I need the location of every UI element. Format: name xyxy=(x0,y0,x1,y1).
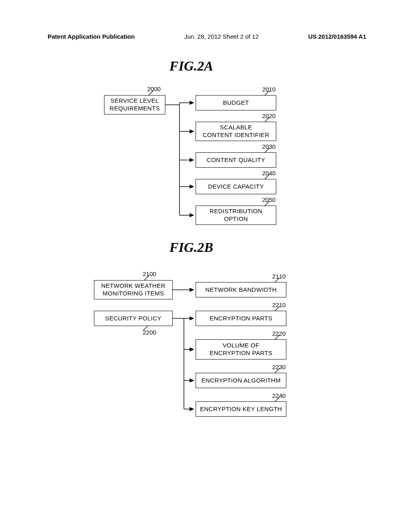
encryption-parts-label: ENCRYPTION PARTS xyxy=(210,315,273,322)
service-level-requirements-box: SERVICE LEVEL REQUIREMENTS xyxy=(104,95,165,114)
network-bandwidth-label: NETWORK BANDWIDTH xyxy=(205,286,277,294)
security-policy-label: SECURITY POLICY xyxy=(105,315,161,322)
content-quality-box: CONTENT QUALITY xyxy=(196,152,276,168)
figure-2b-title: FIG.2B xyxy=(169,240,213,255)
header-middle: Jun. 28, 2012 Sheet 2 of 12 xyxy=(184,33,259,40)
device-capacity-box: DEVICE CAPACITY xyxy=(196,179,276,194)
network-weather-monitoring-items-label: NETWORK WEATHER MONITORING ITEMS xyxy=(101,282,165,297)
leader-2020 xyxy=(261,117,269,123)
scalable-content-identifier-box: SCALABLE CONTENT IDENTIFIER xyxy=(196,122,276,141)
leader-2200 xyxy=(143,326,151,331)
leader-2230 xyxy=(271,368,280,374)
leader-2030 xyxy=(261,148,269,154)
network-weather-monitoring-items-box: NETWORK WEATHER MONITORING ITEMS xyxy=(94,280,173,299)
volume-of-encryption-parts-label: VOLUME OF ENCRYPTION PARTS xyxy=(210,342,273,357)
security-policy-box: SECURITY POLICY xyxy=(94,311,173,326)
header-left: Patent Application Publication xyxy=(48,33,135,40)
encryption-algorithm-label: ENCRYPTION ALGORITHM xyxy=(201,377,281,384)
encryption-algorithm-box: ENCRYPTION ALGORITHM xyxy=(196,373,286,388)
fig2b-top-link xyxy=(173,280,197,300)
fig2b-security-tree xyxy=(173,311,197,420)
leader-2000 xyxy=(145,91,153,96)
leader-2010 xyxy=(261,91,269,96)
content-quality-label: CONTENT QUALITY xyxy=(206,156,265,164)
page: Patent Application Publication Jun. 28, … xyxy=(0,0,413,532)
encryption-key-length-box: ENCRYPTION KEY LENGTH xyxy=(196,401,286,417)
budget-box: BUDGET xyxy=(196,95,276,110)
service-level-requirements-label: SERVICE LEVEL REQUIREMENTS xyxy=(110,97,160,112)
scalable-content-identifier-label: SCALABLE CONTENT IDENTIFIER xyxy=(202,124,269,139)
leader-2210 xyxy=(271,306,280,312)
volume-of-encryption-parts-box: VOLUME OF ENCRYPTION PARTS xyxy=(196,339,286,360)
network-bandwidth-box: NETWORK BANDWIDTH xyxy=(196,282,286,297)
budget-label: BUDGET xyxy=(223,99,249,107)
leader-2220 xyxy=(271,335,280,341)
header-right: US 2012/0163594 A1 xyxy=(308,33,366,40)
encryption-parts-box: ENCRYPTION PARTS xyxy=(196,311,286,326)
page-header: Patent Application Publication Jun. 28, … xyxy=(48,33,366,40)
redistribution-option-label: REDISTRIBUTION OPTION xyxy=(210,208,263,223)
redistribution-option-box: REDISTRIBUTION OPTION xyxy=(196,206,276,225)
leader-2040 xyxy=(261,175,269,180)
leader-2100 xyxy=(141,275,149,281)
leader-2110 xyxy=(271,278,280,283)
fig2a-tree xyxy=(165,95,198,228)
figure-2a-title: FIG.2A xyxy=(169,58,213,74)
encryption-key-length-label: ENCRYPTION KEY LENGTH xyxy=(200,405,282,413)
device-capacity-label: DEVICE CAPACITY xyxy=(208,183,264,191)
leader-2240 xyxy=(271,397,280,403)
leader-2050 xyxy=(261,201,269,207)
